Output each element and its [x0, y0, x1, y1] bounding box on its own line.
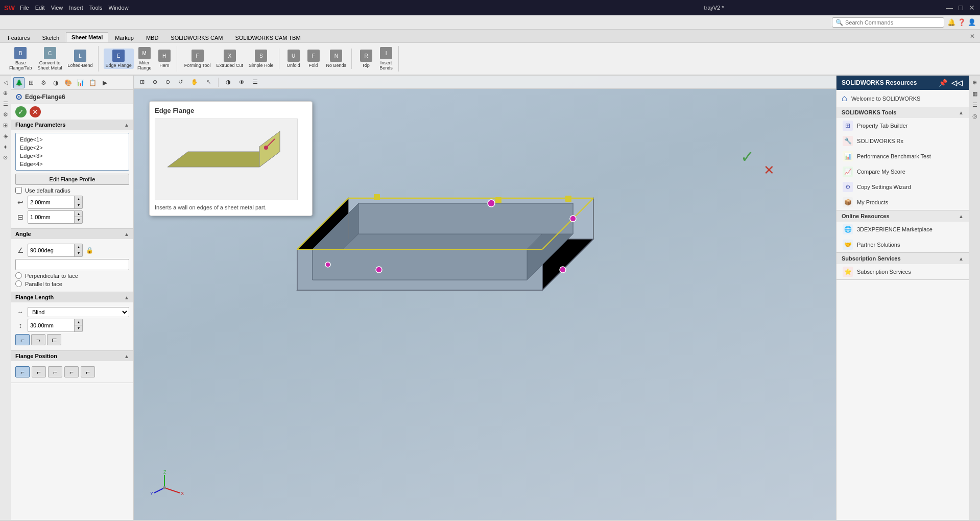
flange-length-up-button[interactable]: ▴ [74, 319, 82, 325]
radius-input[interactable]: 2.00mm [28, 198, 74, 206]
flange-length-type-select[interactable]: Blind [28, 307, 129, 317]
angle-header[interactable]: Angle ▲ [11, 229, 133, 239]
fm-render-manager[interactable]: 🎨 [62, 77, 74, 88]
cmd-insert-bends[interactable]: I InsertBends [377, 46, 395, 72]
menu-tools[interactable]: Tools [89, 5, 103, 11]
right-btn-3[interactable]: ☰ [970, 100, 979, 109]
fm-config-manager[interactable]: ⚙ [38, 77, 49, 88]
cmd-edge-flange[interactable]: E Edge Flange [104, 49, 134, 69]
cmd-convert[interactable]: C Convert toSheet Metal [36, 46, 64, 72]
flange-parameters-header[interactable]: Flange Parameters ▲ [11, 120, 133, 130]
tab-mbd[interactable]: MBD [140, 33, 164, 42]
flange-length-header[interactable]: Flange Length ▲ [11, 292, 133, 302]
minimize-button[interactable]: — [945, 4, 953, 12]
notifications-icon[interactable]: 🔔 [947, 18, 955, 26]
pos-material-outside[interactable]: ⌐ [15, 366, 30, 377]
solidworks-tools-header[interactable]: SOLIDWORKS Tools ▲ [836, 107, 969, 118]
right-btn-2[interactable]: ▦ [970, 89, 979, 98]
flange-position-header[interactable]: Flange Position ▲ [11, 351, 133, 361]
fm-property-manager[interactable]: ⊞ [26, 77, 37, 88]
right-btn-1[interactable]: ⊕ [970, 78, 979, 87]
cancel-button[interactable]: ✕ [30, 106, 41, 117]
length-mode-1[interactable]: ⌐ [15, 334, 30, 345]
welcome-item[interactable]: ⌂ Welcome to SOLIDWORKS [836, 90, 969, 107]
cmd-rip[interactable]: R Rip [357, 49, 375, 69]
pos-material-inside[interactable]: ⌐ [32, 366, 46, 377]
tab-solidworks-cam[interactable]: SOLIDWORKS CAM [165, 33, 228, 42]
rp-item-my-products[interactable]: 📦 My Products [836, 195, 969, 210]
view-rotate[interactable]: ↺ [175, 77, 186, 87]
menu-insert[interactable]: Insert [69, 5, 83, 11]
right-btn-4[interactable]: ◎ [970, 111, 979, 121]
rp-item-benchmark[interactable]: 📊 Performance Benchmark Test [836, 149, 969, 164]
cmd-fold[interactable]: F Fold [304, 49, 323, 69]
tab-markup[interactable]: Markup [109, 33, 139, 42]
edge-item-2[interactable]: Edge<2> [18, 144, 127, 152]
length-mode-3[interactable]: ⊏ [47, 334, 61, 345]
view-display-mode[interactable]: ◑ [223, 77, 234, 87]
search-input[interactable] [845, 19, 941, 26]
flange-length-input[interactable]: 30.00mm [28, 321, 74, 329]
use-default-radius-checkbox[interactable] [15, 187, 22, 194]
cmd-lofted-bend[interactable]: L Lofted-Bend [66, 49, 95, 69]
menu-edit[interactable]: Edit [35, 5, 45, 11]
perpendicular-radio[interactable] [15, 272, 22, 279]
left-btn-5[interactable]: ⊞ [1, 121, 10, 130]
left-btn-7[interactable]: ♦ [1, 142, 10, 151]
rp-item-property-tab-builder[interactable]: ⊞ Property Tab Builder [836, 118, 969, 133]
cmd-forming-tool[interactable]: F Forming Tool [182, 49, 213, 69]
menu-window[interactable]: Window [109, 5, 129, 11]
tab-sketch[interactable]: Sketch [36, 33, 65, 42]
edge-item-4[interactable]: Edge<4> [18, 160, 127, 168]
tab-features[interactable]: Features [2, 33, 35, 42]
pos-bend-inside[interactable]: ⌐ [64, 366, 79, 377]
thickness-up-button[interactable]: ▴ [74, 211, 82, 217]
view-zoom-out[interactable]: ⊖ [162, 77, 173, 87]
view-select[interactable]: ↖ [203, 77, 214, 87]
rp-item-solidworks-rx[interactable]: 🔧 SOLIDWORKS Rx [836, 133, 969, 149]
thickness-down-button[interactable]: ▾ [74, 217, 82, 223]
view-pan[interactable]: ✋ [188, 77, 201, 87]
resources-pin-button[interactable]: 📌 [938, 79, 948, 87]
pos-tangent-bend[interactable]: ⌐ [81, 366, 95, 377]
angle-input-2[interactable] [15, 259, 129, 270]
view-zoom-in[interactable]: ⊕ [150, 77, 160, 87]
flange-length-down-button[interactable]: ▾ [74, 325, 82, 331]
fm-feature-tree[interactable]: 🌲 [13, 77, 25, 88]
fm-display-states[interactable]: ◑ [50, 77, 61, 88]
online-resources-header[interactable]: Online Resources ▲ [836, 210, 969, 222]
help-icon[interactable]: ❓ [958, 18, 966, 26]
view-zoom-fit[interactable]: ⊞ [137, 77, 148, 87]
left-btn-8[interactable]: ⊙ [1, 153, 10, 162]
rp-item-compare-score[interactable]: 📈 Compare My Score [836, 164, 969, 179]
cmd-base-flange[interactable]: B BaseFlange/Tab [7, 46, 34, 72]
tab-sheet-metal[interactable]: Sheet Metal [66, 32, 108, 42]
edge-item-3[interactable]: Edge<3> [18, 152, 127, 160]
tab-options[interactable]: ✕ [967, 33, 978, 40]
cmd-miter-flange[interactable]: M MiterFlange [135, 46, 154, 72]
angle-up-button[interactable]: ▴ [74, 244, 82, 250]
pos-bend-outside[interactable]: ⌐ [48, 366, 62, 377]
search-box[interactable]: 🔍 [832, 17, 944, 28]
ok-button[interactable]: ✓ [15, 106, 27, 117]
length-mode-2[interactable]: ¬ [31, 334, 45, 345]
cmd-hem[interactable]: H Hem [155, 49, 174, 69]
view-section[interactable]: ☰ [250, 77, 261, 87]
close-button[interactable]: ✕ [968, 4, 976, 12]
user-icon[interactable]: 👤 [968, 18, 976, 26]
fm-sensors[interactable]: 📊 [75, 77, 86, 88]
left-btn-3[interactable]: ☰ [1, 99, 10, 108]
angle-input[interactable]: 90.00deg [28, 246, 74, 254]
rp-item-partner-solutions[interactable]: 🤝 Partner Solutions [836, 237, 969, 252]
maximize-button[interactable]: □ [957, 4, 965, 12]
cmd-flatten[interactable]: N No Bends [324, 49, 349, 69]
cmd-unfold[interactable]: U Unfold [284, 49, 303, 69]
left-btn-1[interactable]: ◁ [1, 78, 10, 87]
radius-down-button[interactable]: ▾ [74, 202, 82, 208]
rp-item-copy-settings[interactable]: ⚙ Copy Settings Wizard [836, 179, 969, 195]
resources-collapse-button[interactable]: ◁◁ [950, 79, 964, 87]
parallel-radio[interactable] [15, 280, 22, 287]
angle-down-button[interactable]: ▾ [74, 250, 82, 256]
rp-item-3dexperience[interactable]: 🌐 3DEXPERIENCE Marketplace [836, 222, 969, 237]
cmd-extruded-cut[interactable]: X Extruded Cut [214, 49, 246, 69]
